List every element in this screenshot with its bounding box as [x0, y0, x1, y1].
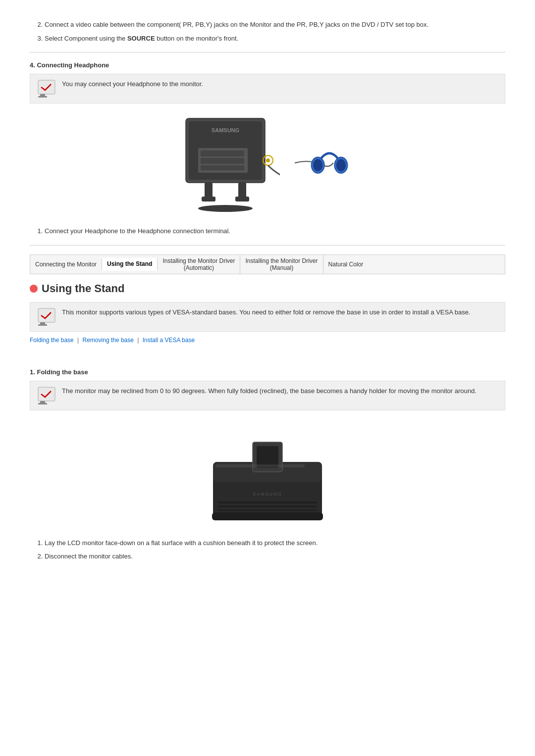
svg-rect-38	[212, 512, 323, 520]
bottom-step2: Disconnect the monitor cables.	[45, 552, 505, 561]
svg-rect-10	[205, 183, 213, 198]
svg-rect-7	[201, 151, 244, 156]
svg-point-23	[314, 163, 320, 171]
folding-info-text: The monitor may be reclined from 0 to 90…	[62, 386, 477, 396]
section4-heading: 4. Connecting Headphone	[30, 61, 505, 69]
title-dot-icon	[30, 285, 38, 293]
breadcrumb-removing[interactable]: Removing the base	[83, 337, 134, 344]
svg-rect-1	[40, 94, 45, 96]
page-title-area: Using the Stand	[30, 282, 505, 295]
svg-point-16	[266, 158, 270, 162]
section-divider-2	[30, 245, 505, 246]
monitor-headphone-image-area: SAMSUNG	[30, 113, 505, 212]
svg-rect-27	[38, 324, 47, 326]
tab-installing-manual[interactable]: Installing the Monitor Driver(Manual)	[240, 255, 323, 274]
section4: 4. Connecting Headphone You may connect …	[30, 61, 505, 103]
svg-rect-8	[201, 158, 244, 164]
nav-tabs-bar: Connecting the Monitor Using the Stand I…	[30, 254, 505, 274]
svg-rect-25	[38, 308, 55, 322]
svg-rect-29	[40, 401, 45, 403]
svg-rect-39	[215, 464, 305, 467]
connect-headphone-text: Connect your Headphone to the Headphone …	[45, 226, 505, 236]
section-divider-1	[30, 52, 505, 52]
section4-info-text: You may connect your Headphone to the mo…	[62, 79, 203, 89]
stand-folded-image-area: SAMSUNG	[30, 422, 505, 526]
step3-suffix: button on the monitor's front.	[155, 35, 239, 42]
section-folding-heading: 1. Folding the base	[30, 368, 505, 376]
svg-rect-30	[38, 403, 47, 404]
stand-folded-image: SAMSUNG	[198, 422, 337, 526]
breadcrumb-sep2: |	[137, 337, 140, 344]
step3-text: Select Component using the SOURCE button…	[45, 34, 505, 44]
tab-connecting-monitor[interactable]: Connecting the Monitor	[30, 258, 102, 270]
bottom-steps-section: Lay the LCD monitor face-down on a flat …	[30, 538, 505, 561]
section4-info-box: You may connect your Headphone to the mo…	[30, 74, 505, 103]
tab-using-stand[interactable]: Using the Stand	[102, 258, 158, 271]
page-title-text: Using the Stand	[42, 282, 124, 295]
step3-bold: SOURCE	[127, 35, 155, 42]
svg-text:SAMSUNG: SAMSUNG	[253, 492, 282, 497]
breadcrumb-sep1: |	[77, 337, 80, 344]
breadcrumb-install-vesa[interactable]: Install a VESA base	[143, 337, 195, 344]
vesa-info-text: This monitor supports various types of V…	[62, 307, 471, 317]
svg-rect-28	[38, 387, 55, 401]
svg-rect-34	[218, 509, 317, 511]
svg-rect-33	[218, 505, 317, 507]
svg-point-14	[198, 205, 253, 212]
svg-rect-12	[238, 183, 246, 198]
svg-rect-0	[38, 80, 55, 94]
svg-rect-26	[40, 322, 45, 324]
check-icon	[37, 79, 56, 98]
tab-natural-color[interactable]: Natural Color	[323, 258, 369, 270]
svg-rect-9	[201, 165, 244, 170]
bottom-step1: Lay the LCD monitor face-down on a flat …	[45, 538, 505, 548]
breadcrumb-links: Folding the base | Removing the base | I…	[30, 337, 505, 344]
step3-prefix: Select Component using the	[45, 35, 127, 42]
monitor-back-image: SAMSUNG	[171, 113, 280, 212]
svg-point-24	[337, 163, 343, 171]
svg-rect-13	[235, 197, 249, 202]
section-folding: 1. Folding the base The monitor may be r…	[30, 368, 505, 410]
vesa-info-box: This monitor supports various types of V…	[30, 302, 505, 332]
step2-text: Connect a video cable between the compon…	[45, 20, 505, 30]
svg-text:SAMSUNG: SAMSUNG	[212, 127, 239, 133]
vesa-check-icon	[37, 307, 56, 326]
folding-check-icon	[37, 386, 56, 405]
headphone-image	[295, 133, 364, 193]
svg-rect-32	[218, 502, 317, 504]
step2-section: Connect a video cable between the compon…	[30, 20, 505, 43]
connect-headphone-section: Connect your Headphone to the Headphone …	[30, 226, 505, 236]
folding-info-box: The monitor may be reclined from 0 to 90…	[30, 381, 505, 410]
svg-rect-11	[202, 197, 215, 202]
breadcrumb-folding[interactable]: Folding the base	[30, 337, 74, 344]
tab-installing-automatic[interactable]: Installing the Monitor Driver(Automatic)	[158, 255, 240, 274]
svg-rect-2	[38, 96, 47, 98]
